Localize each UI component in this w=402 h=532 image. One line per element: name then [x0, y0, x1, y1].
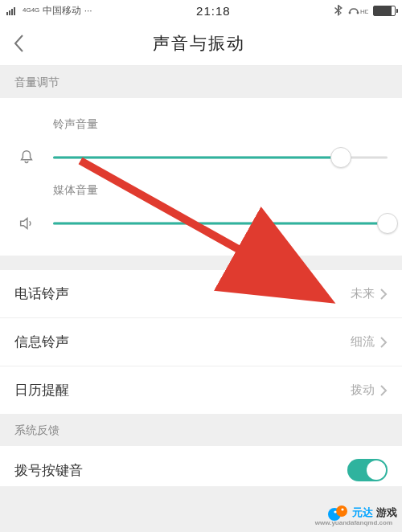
chevron-right-icon: [379, 288, 388, 301]
media-volume-group: 媒体音量: [14, 169, 388, 235]
ringtone-label: 铃声音量: [53, 117, 388, 132]
svg-point-5: [357, 12, 359, 14]
ringtone-slider[interactable]: [53, 146, 388, 169]
row-title: 拨号按键音: [14, 461, 347, 480]
feedback-list: 拨号按键音: [0, 446, 402, 486]
battery-icon: [373, 6, 396, 16]
phone-hd-icon: HD: [347, 5, 368, 16]
dialpad-toggle[interactable]: [347, 459, 388, 481]
status-bar: 4G4G 中国移动 ··· 21:18 HD: [0, 0, 402, 21]
row-title: 日历提醒: [14, 381, 351, 399]
watermark-text-1: 元达: [352, 505, 373, 520]
ringtone-list: 电话铃声 未来 信息铃声 细流 日历提醒 拨动: [0, 270, 402, 414]
ringtone-volume-group: 铃声音量: [14, 103, 388, 169]
svg-point-10: [334, 510, 336, 513]
row-value: 细流: [351, 334, 375, 350]
chevron-right-icon: [379, 384, 388, 397]
row-calendar-alert[interactable]: 日历提醒 拨动: [0, 366, 402, 414]
nav-bar: 声音与振动: [0, 21, 402, 66]
watermark: 元达游戏 www.yuandafanqmd.com: [326, 501, 397, 524]
page-title: 声音与振动: [6, 32, 391, 55]
media-slider[interactable]: [53, 212, 388, 235]
media-label: 媒体音量: [53, 183, 388, 198]
section-feedback-header: 系统反馈: [0, 414, 402, 446]
svg-point-4: [349, 12, 351, 14]
bell-icon: [14, 149, 39, 166]
svg-rect-0: [6, 12, 8, 15]
svg-point-11: [341, 508, 343, 510]
status-left: 4G4G 中国移动 ···: [6, 4, 92, 18]
row-value: 未来: [351, 286, 375, 301]
row-phone-ringtone[interactable]: 电话铃声 未来: [0, 270, 402, 318]
status-right: HD: [334, 5, 396, 16]
section-volume-header: 音量调节: [0, 66, 402, 98]
bluetooth-icon: [334, 5, 343, 16]
chevron-right-icon: [379, 336, 388, 349]
svg-rect-3: [14, 7, 15, 15]
row-message-ringtone[interactable]: 信息铃声 细流: [0, 318, 402, 366]
speaker-icon: [14, 215, 39, 232]
watermark-url: www.yuandafanqmd.com: [315, 519, 392, 526]
svg-rect-1: [9, 10, 10, 15]
svg-text:HD: HD: [360, 8, 368, 15]
signal-icon: [6, 6, 19, 15]
watermark-text-2: 游戏: [376, 505, 397, 520]
carrier-label: 中国移动 ···: [43, 4, 92, 18]
volume-sliders: 铃声音量 媒体音量: [0, 98, 402, 256]
row-value: 拨动: [351, 383, 375, 398]
clock: 21:18: [92, 4, 334, 18]
row-title: 电话铃声: [14, 284, 351, 303]
svg-rect-2: [11, 9, 13, 15]
row-title: 信息铃声: [14, 333, 351, 351]
svg-point-9: [336, 505, 347, 517]
row-dialpad-sound: 拨号按键音: [0, 446, 402, 486]
signal-4g-label: 4G4G: [23, 7, 39, 14]
